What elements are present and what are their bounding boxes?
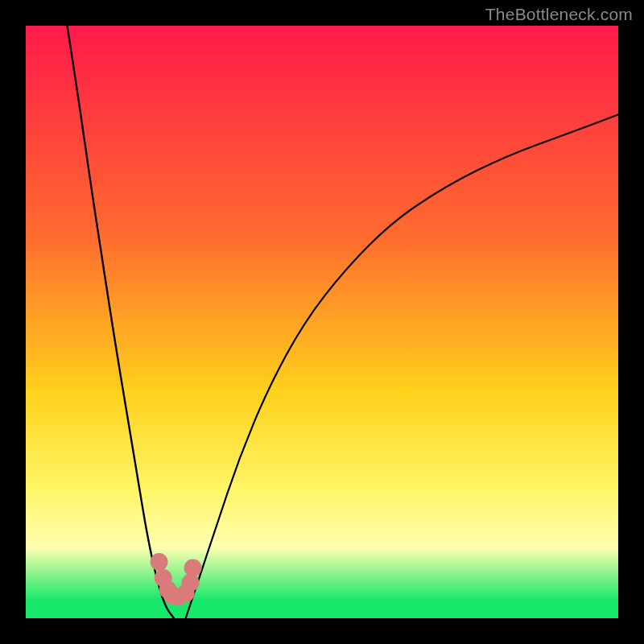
watermark-text: TheBottleneck.com	[485, 5, 633, 24]
chart-curves	[26, 26, 618, 618]
highlight-marker	[182, 574, 200, 592]
highlight-marker	[151, 553, 168, 571]
highlight-marker	[184, 559, 202, 576]
plot-area	[26, 26, 618, 618]
right-curve	[186, 114, 618, 618]
left-curve	[68, 26, 174, 618]
highlight-markers	[151, 553, 202, 605]
outer-frame: TheBottleneck.com	[0, 0, 644, 644]
